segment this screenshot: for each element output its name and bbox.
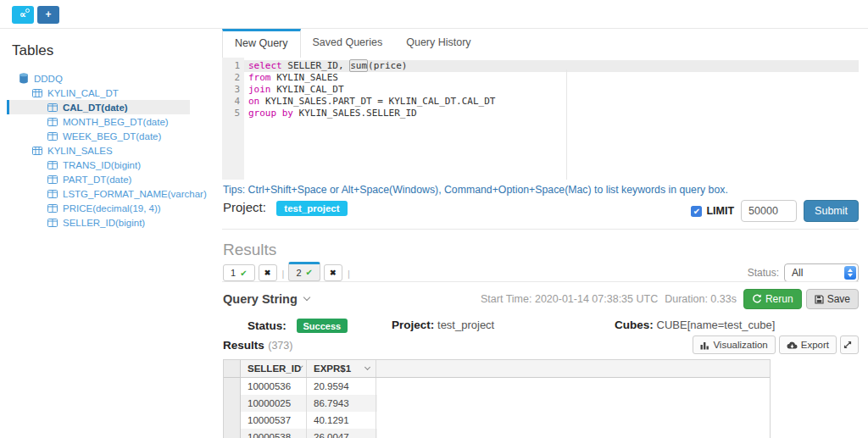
duration: Duration: 0.33s (665, 293, 737, 305)
editor-gutter: 12345 (222, 58, 244, 180)
table-cell: 10000536 (241, 378, 307, 395)
cubes-label: Cubes: (615, 319, 654, 331)
line-number: 3 (222, 84, 244, 96)
tree-item-label: MONTH_BEG_DT(date) (63, 117, 169, 127)
divider (222, 229, 859, 230)
line-number: 4 (222, 96, 244, 108)
rerun-button[interactable]: Rerun (743, 289, 802, 309)
refresh-icon (752, 294, 762, 304)
tab-query-history[interactable]: Query History (394, 29, 482, 58)
project-meta-label: Project: (392, 319, 434, 331)
fullscreen-button[interactable] (840, 335, 859, 354)
database-icon (19, 73, 30, 84)
results-title: Results (223, 339, 264, 352)
query-meta-row: Status: Success Project: test_project Cu… (222, 319, 859, 335)
status-select[interactable]: All (784, 263, 859, 282)
close-result-tab-2[interactable]: ✖ (324, 264, 342, 281)
grid-body: 1000053620.95941000002586.79431000053740… (224, 378, 770, 438)
chevron-down-icon[interactable] (303, 294, 310, 301)
column-menu-caret-icon[interactable] (364, 364, 370, 370)
tree-item-dddq[interactable]: DDDQ (7, 71, 190, 86)
tables-panel: Tables DDDQKYLIN_CAL_DTCAL_DT(date)MONTH… (0, 29, 212, 438)
limit-input[interactable] (741, 200, 797, 222)
tree-item-seller-id-bigint-[interactable]: SELLER_ID(bigint) (7, 215, 190, 230)
alpha-icon: ∝ (19, 9, 26, 19)
line-number: 1 (222, 60, 244, 72)
table-cell: 10000537 (241, 412, 307, 429)
table-icon (32, 87, 43, 98)
visualization-button[interactable]: Visualization (693, 335, 775, 354)
tree-item-lstg-format-name-varchar-[interactable]: LSTG_FORMAT_NAME(varchar) (7, 186, 190, 201)
table-cell: 26.0047 (307, 429, 376, 438)
grid-header-row: SELLER_IDEXPR$1 (224, 360, 770, 378)
select-stepper-icon (844, 266, 856, 280)
tree-item-label: PRICE(decimal(19, 4)) (63, 203, 161, 213)
query-string-label[interactable]: Query String (223, 292, 298, 306)
tree-item-week-beg-dt-date-[interactable]: WEEK_BEG_DT(date) (7, 129, 190, 143)
submit-button[interactable]: Submit (804, 200, 859, 222)
result-tab-2[interactable]: 2✔ (288, 262, 320, 281)
project-badge[interactable]: test_project (276, 201, 347, 216)
result-tab-1[interactable]: 1✔ (223, 264, 255, 281)
tab-saved-queries[interactable]: Saved Queries (301, 29, 395, 58)
code-line: select SELLER_ID, sum(price) (244, 60, 859, 72)
tree-item-label: KYLIN_SALES (47, 146, 113, 156)
row-handle (224, 395, 241, 412)
tree-item-month-beg-dt-date-[interactable]: MONTH_BEG_DT(date) (7, 114, 190, 129)
table-row[interactable]: 1000053740.1291 (224, 412, 377, 429)
export-button[interactable]: Export (779, 335, 837, 354)
tree-item-price-decimal-19-4-[interactable]: PRICE(decimal(19, 4)) (7, 201, 190, 215)
column-icon (47, 188, 58, 199)
tables-title: Tables (12, 42, 212, 59)
editor-tips: Tips: Ctrl+Shift+Space or Alt+Space(Wind… (223, 184, 728, 196)
result-tabs: 1✔✖|2✔✖| (223, 263, 354, 281)
code-line: join KYLIN_CAL_DT (244, 84, 859, 96)
code-line: from KYLIN_SALES (244, 72, 859, 84)
column-icon (47, 130, 58, 141)
bar-chart-icon (700, 341, 709, 350)
tree-item-label: WEEK_BEG_DT(date) (63, 131, 161, 141)
tree-item-kylin-sales[interactable]: KYLIN_SALES (7, 143, 190, 158)
data-source-button[interactable]: ∝ (12, 6, 34, 24)
add-button[interactable]: + (37, 6, 59, 24)
table-cell: 86.7943 (307, 395, 376, 412)
results-grid-header: Results (373) Visualization Export (223, 337, 859, 358)
table-row[interactable]: 1000053620.9594 (224, 378, 377, 395)
tree-item-kylin-cal-dt[interactable]: KYLIN_CAL_DT (7, 86, 190, 100)
chip-divider: | (348, 269, 350, 279)
tree-item-cal-dt-date-[interactable]: CAL_DT(date) (7, 100, 190, 114)
expand-icon (843, 341, 852, 349)
table-row[interactable]: 1000053826.0047 (224, 429, 377, 438)
column-icon (47, 217, 58, 228)
table-cell: 40.1291 (307, 412, 376, 429)
save-button[interactable]: Save (806, 289, 859, 309)
project-row: Project: test_project ✔ LIMIT Submit (223, 200, 859, 224)
limit-checkbox[interactable]: ✔ (691, 206, 702, 217)
row-handle (224, 378, 241, 395)
tree-item-label: SELLER_ID(bigint) (63, 218, 145, 228)
sql-editor[interactable]: 12345 select SELLER_ID, sum(price)from K… (222, 58, 859, 180)
status-label: Status: (248, 319, 287, 332)
close-result-tab-1[interactable]: ✖ (259, 264, 277, 281)
table-cell: 10000538 (241, 429, 307, 438)
tree-item-part-dt-date-[interactable]: PART_DT(date) (7, 172, 190, 186)
tree-item-trans-id-bigint-[interactable]: TRANS_ID(bigint) (7, 158, 190, 172)
tree-item-label: KYLIN_CAL_DT (47, 88, 119, 98)
divider (222, 281, 859, 282)
top-toolbar: ∝ + (0, 0, 868, 29)
code-line: on KYLIN_SALES.PART_DT = KYLIN_CAL_DT.CA… (244, 96, 859, 108)
line-number: 2 (222, 72, 244, 84)
plus-icon: + (45, 8, 51, 20)
project-label: Project: (223, 200, 266, 214)
column-header-expr-1[interactable]: EXPR$1 (307, 360, 376, 377)
editor-code: select SELLER_ID, sum(price)from KYLIN_S… (244, 60, 859, 119)
cloud-download-icon (787, 341, 798, 350)
column-icon (47, 174, 58, 185)
header-filler (376, 360, 770, 377)
tab-new-query[interactable]: New Query (222, 29, 301, 58)
column-icon (47, 159, 58, 170)
query-string-row: Query String Start Time: 2020-01-14 07:3… (223, 288, 859, 310)
table-row[interactable]: 1000002586.7943 (224, 395, 377, 412)
cubes-value: CUBE[name=test_cube] (657, 319, 776, 331)
column-header-seller-id[interactable]: SELLER_ID (241, 360, 307, 377)
